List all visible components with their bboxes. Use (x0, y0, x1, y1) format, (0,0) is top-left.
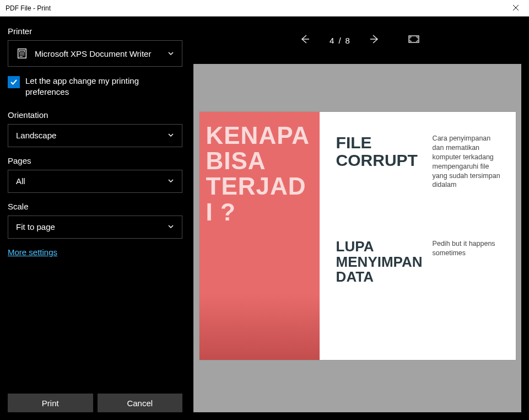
doc-block-2: LUPA MENYIMPAN DATA Pedih but it happens… (336, 239, 501, 284)
preview-canvas[interactable]: KENAPA BISA TERJADI ? FILE CORRUPT Cara … (193, 64, 521, 412)
document-page: KENAPA BISA TERJADI ? FILE CORRUPT Cara … (199, 111, 516, 360)
close-button[interactable] (508, 3, 523, 14)
prev-page-button[interactable] (296, 31, 313, 50)
printer-selected: Microsoft XPS Document Writer (35, 49, 151, 58)
svg-rect-1 (19, 51, 24, 52)
footer-buttons: Print Cancel (8, 394, 182, 412)
chevron-down-icon (168, 176, 174, 186)
scale-label: Scale (8, 202, 182, 211)
pages-label: Pages (8, 156, 182, 165)
titlebar: PDF File - Print (0, 0, 529, 17)
window-title: PDF File - Print (6, 4, 51, 12)
check-icon (10, 78, 18, 86)
current-page: 4 (330, 36, 334, 45)
printer-icon (16, 47, 28, 60)
doc-block1-title: FILE CORRUPT (336, 134, 422, 190)
pref-checkbox[interactable] (8, 76, 20, 88)
printer-label: Printer (8, 26, 182, 36)
pref-checkbox-row[interactable]: Let the app change my printing preferenc… (8, 76, 182, 98)
chevron-down-icon (168, 49, 174, 58)
pages-selected: All (16, 176, 25, 186)
arrow-right-icon (370, 34, 380, 44)
page-separator: / (338, 36, 341, 45)
settings-sidebar: Printer Microsoft XPS Document Writer Le… (0, 17, 190, 420)
more-settings-link[interactable]: More settings (8, 247, 182, 257)
pref-checkbox-label: Let the app change my printing preferenc… (25, 76, 182, 98)
doc-block2-desc: Pedih but it happens sometimes (433, 239, 501, 284)
orientation-selected: Landscape (16, 131, 56, 140)
close-icon (512, 4, 519, 11)
doc-block1-desc: Cara penyimpanan dan mematikan komputer … (433, 134, 501, 190)
chevron-down-icon (168, 131, 174, 140)
scale-dropdown[interactable]: Fit to page (8, 216, 182, 239)
orientation-label: Orientation (8, 110, 182, 120)
orientation-dropdown[interactable]: Landscape (8, 124, 182, 147)
next-page-button[interactable] (366, 31, 383, 50)
cancel-button[interactable]: Cancel (98, 394, 183, 412)
chevron-down-icon (168, 222, 174, 231)
arrow-left-icon (300, 34, 310, 44)
doc-left-bg (199, 294, 320, 360)
print-button[interactable]: Print (8, 394, 93, 412)
main-area: Printer Microsoft XPS Document Writer Le… (0, 17, 529, 420)
doc-block2-title: LUPA MENYIMPAN DATA (336, 239, 422, 284)
pages-dropdown[interactable]: All (8, 170, 182, 193)
printer-dropdown[interactable]: Microsoft XPS Document Writer (8, 40, 182, 67)
total-pages: 8 (346, 36, 350, 45)
page-indicator: 4 / 8 (330, 36, 350, 45)
fullscreen-button[interactable] (405, 32, 423, 49)
fullscreen-icon (408, 35, 419, 43)
preview-toolbar: 4 / 8 (190, 17, 529, 64)
doc-left-panel: KENAPA BISA TERJADI ? (199, 112, 320, 360)
preview-area: 4 / 8 KENAPA BISA TERJADI ? FILE CORRU (190, 17, 529, 420)
doc-left-heading: KENAPA BISA TERJADI ? (206, 123, 313, 225)
doc-block-1: FILE CORRUPT Cara penyimpanan dan memati… (336, 134, 501, 190)
scale-selected: Fit to page (16, 222, 55, 231)
doc-right-panel: FILE CORRUPT Cara penyimpanan dan memati… (320, 112, 516, 360)
